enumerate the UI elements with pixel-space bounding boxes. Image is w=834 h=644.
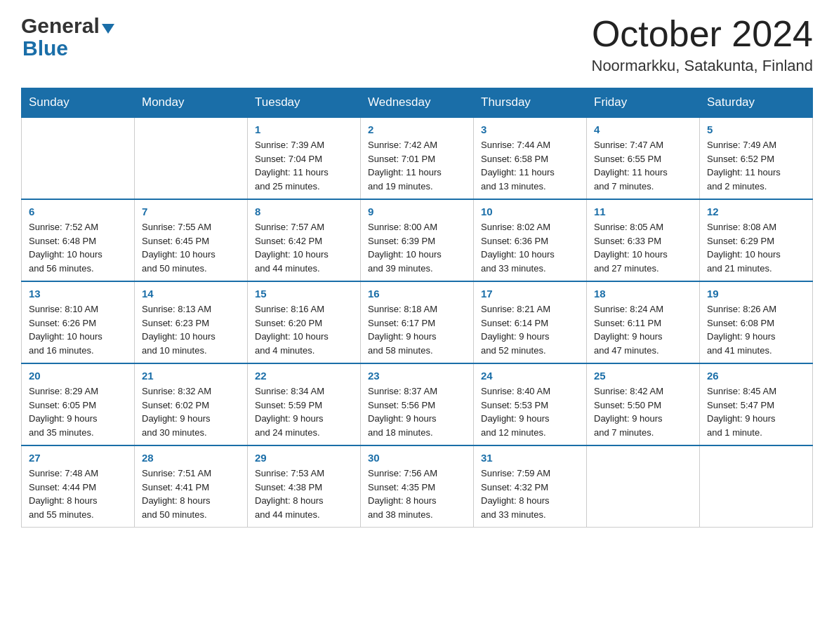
day-number: 28	[142, 452, 240, 464]
day-info: Sunrise: 7:52 AM Sunset: 6:48 PM Dayligh…	[29, 220, 127, 275]
week-row-4: 20Sunrise: 8:29 AM Sunset: 6:05 PM Dayli…	[22, 363, 813, 445]
location-title: Noormarkku, Satakunta, Finland	[592, 57, 814, 75]
day-cell: 28Sunrise: 7:51 AM Sunset: 4:41 PM Dayli…	[135, 445, 248, 528]
day-cell	[700, 445, 813, 528]
day-number: 12	[707, 206, 805, 217]
day-number: 18	[594, 288, 692, 300]
logo-triangle-icon	[102, 24, 114, 34]
day-info: Sunrise: 7:47 AM Sunset: 6:55 PM Dayligh…	[594, 138, 692, 193]
day-cell: 27Sunrise: 7:48 AM Sunset: 4:44 PM Dayli…	[22, 445, 135, 528]
day-info: Sunrise: 8:02 AM Sunset: 6:36 PM Dayligh…	[481, 220, 579, 275]
day-info: Sunrise: 8:34 AM Sunset: 5:59 PM Dayligh…	[255, 384, 353, 439]
calendar-header-row: SundayMondayTuesdayWednesdayThursdayFrid…	[22, 88, 813, 118]
day-number: 16	[368, 288, 466, 300]
day-info: Sunrise: 8:10 AM Sunset: 6:26 PM Dayligh…	[29, 302, 127, 357]
day-cell: 23Sunrise: 8:37 AM Sunset: 5:56 PM Dayli…	[361, 363, 474, 445]
day-number: 25	[594, 370, 692, 382]
day-number: 23	[368, 370, 466, 382]
day-number: 2	[368, 123, 466, 135]
day-cell: 17Sunrise: 8:21 AM Sunset: 6:14 PM Dayli…	[474, 281, 587, 363]
day-number: 13	[29, 288, 127, 300]
day-cell: 11Sunrise: 8:05 AM Sunset: 6:33 PM Dayli…	[587, 199, 700, 281]
month-title: October 2024	[592, 14, 814, 54]
day-number: 7	[142, 206, 240, 217]
day-info: Sunrise: 7:42 AM Sunset: 7:01 PM Dayligh…	[368, 138, 466, 193]
day-info: Sunrise: 8:42 AM Sunset: 5:50 PM Dayligh…	[594, 384, 692, 439]
logo: General Blue	[21, 14, 114, 60]
day-number: 29	[255, 452, 353, 464]
day-info: Sunrise: 8:45 AM Sunset: 5:47 PM Dayligh…	[707, 384, 805, 439]
day-info: Sunrise: 8:32 AM Sunset: 6:02 PM Dayligh…	[142, 384, 240, 439]
day-info: Sunrise: 8:16 AM Sunset: 6:20 PM Dayligh…	[255, 302, 353, 357]
day-info: Sunrise: 8:18 AM Sunset: 6:17 PM Dayligh…	[368, 302, 466, 357]
day-cell: 19Sunrise: 8:26 AM Sunset: 6:08 PM Dayli…	[700, 281, 813, 363]
day-cell	[135, 117, 248, 199]
day-cell: 12Sunrise: 8:08 AM Sunset: 6:29 PM Dayli…	[700, 199, 813, 281]
day-info: Sunrise: 8:37 AM Sunset: 5:56 PM Dayligh…	[368, 384, 466, 439]
day-cell: 10Sunrise: 8:02 AM Sunset: 6:36 PM Dayli…	[474, 199, 587, 281]
day-info: Sunrise: 7:51 AM Sunset: 4:41 PM Dayligh…	[142, 467, 240, 521]
day-cell: 15Sunrise: 8:16 AM Sunset: 6:20 PM Dayli…	[248, 281, 361, 363]
day-cell: 26Sunrise: 8:45 AM Sunset: 5:47 PM Dayli…	[700, 363, 813, 445]
day-number: 4	[594, 123, 692, 135]
day-info: Sunrise: 7:39 AM Sunset: 7:04 PM Dayligh…	[255, 138, 353, 193]
title-section: October 2024 Noormarkku, Satakunta, Finl…	[592, 14, 814, 75]
day-number: 5	[707, 123, 805, 135]
day-number: 21	[142, 370, 240, 382]
day-cell: 7Sunrise: 7:55 AM Sunset: 6:45 PM Daylig…	[135, 199, 248, 281]
week-row-2: 6Sunrise: 7:52 AM Sunset: 6:48 PM Daylig…	[22, 199, 813, 281]
day-info: Sunrise: 8:00 AM Sunset: 6:39 PM Dayligh…	[368, 220, 466, 275]
day-number: 27	[29, 452, 127, 464]
day-cell: 3Sunrise: 7:44 AM Sunset: 6:58 PM Daylig…	[474, 117, 587, 199]
day-cell: 25Sunrise: 8:42 AM Sunset: 5:50 PM Dayli…	[587, 363, 700, 445]
day-cell: 13Sunrise: 8:10 AM Sunset: 6:26 PM Dayli…	[22, 281, 135, 363]
day-info: Sunrise: 8:24 AM Sunset: 6:11 PM Dayligh…	[594, 302, 692, 357]
day-number: 30	[368, 452, 466, 464]
day-cell: 8Sunrise: 7:57 AM Sunset: 6:42 PM Daylig…	[248, 199, 361, 281]
day-cell: 22Sunrise: 8:34 AM Sunset: 5:59 PM Dayli…	[248, 363, 361, 445]
calendar-table: SundayMondayTuesdayWednesdayThursdayFrid…	[21, 88, 813, 528]
day-info: Sunrise: 7:59 AM Sunset: 4:32 PM Dayligh…	[481, 467, 579, 521]
day-number: 14	[142, 288, 240, 300]
day-info: Sunrise: 7:44 AM Sunset: 6:58 PM Dayligh…	[481, 138, 579, 193]
day-number: 15	[255, 288, 353, 300]
week-row-1: 1Sunrise: 7:39 AM Sunset: 7:04 PM Daylig…	[22, 117, 813, 199]
day-cell: 2Sunrise: 7:42 AM Sunset: 7:01 PM Daylig…	[361, 117, 474, 199]
day-cell: 21Sunrise: 8:32 AM Sunset: 6:02 PM Dayli…	[135, 363, 248, 445]
day-info: Sunrise: 8:13 AM Sunset: 6:23 PM Dayligh…	[142, 302, 240, 357]
day-info: Sunrise: 7:56 AM Sunset: 4:35 PM Dayligh…	[368, 467, 466, 521]
day-number: 10	[481, 206, 579, 217]
header-tuesday: Tuesday	[248, 88, 361, 118]
day-number: 9	[368, 206, 466, 217]
day-cell: 16Sunrise: 8:18 AM Sunset: 6:17 PM Dayli…	[361, 281, 474, 363]
day-cell: 31Sunrise: 7:59 AM Sunset: 4:32 PM Dayli…	[474, 445, 587, 528]
day-cell: 9Sunrise: 8:00 AM Sunset: 6:39 PM Daylig…	[361, 199, 474, 281]
day-number: 6	[29, 206, 127, 217]
day-number: 17	[481, 288, 579, 300]
day-number: 19	[707, 288, 805, 300]
day-number: 24	[481, 370, 579, 382]
day-cell: 14Sunrise: 8:13 AM Sunset: 6:23 PM Dayli…	[135, 281, 248, 363]
day-cell: 1Sunrise: 7:39 AM Sunset: 7:04 PM Daylig…	[248, 117, 361, 199]
day-info: Sunrise: 8:29 AM Sunset: 6:05 PM Dayligh…	[29, 384, 127, 439]
day-cell: 24Sunrise: 8:40 AM Sunset: 5:53 PM Dayli…	[474, 363, 587, 445]
page-header: General Blue October 2024 Noormarkku, Sa…	[21, 14, 813, 75]
day-info: Sunrise: 8:26 AM Sunset: 6:08 PM Dayligh…	[707, 302, 805, 357]
day-cell	[22, 117, 135, 199]
day-number: 20	[29, 370, 127, 382]
day-info: Sunrise: 8:05 AM Sunset: 6:33 PM Dayligh…	[594, 220, 692, 275]
day-number: 31	[481, 452, 579, 464]
day-cell: 30Sunrise: 7:56 AM Sunset: 4:35 PM Dayli…	[361, 445, 474, 528]
day-number: 26	[707, 370, 805, 382]
day-number: 22	[255, 370, 353, 382]
day-cell: 18Sunrise: 8:24 AM Sunset: 6:11 PM Dayli…	[587, 281, 700, 363]
day-number: 1	[255, 123, 353, 135]
day-info: Sunrise: 7:55 AM Sunset: 6:45 PM Dayligh…	[142, 220, 240, 275]
day-info: Sunrise: 8:08 AM Sunset: 6:29 PM Dayligh…	[707, 220, 805, 275]
day-info: Sunrise: 8:21 AM Sunset: 6:14 PM Dayligh…	[481, 302, 579, 357]
day-cell: 6Sunrise: 7:52 AM Sunset: 6:48 PM Daylig…	[22, 199, 135, 281]
day-info: Sunrise: 8:40 AM Sunset: 5:53 PM Dayligh…	[481, 384, 579, 439]
header-friday: Friday	[587, 88, 700, 118]
day-info: Sunrise: 7:57 AM Sunset: 6:42 PM Dayligh…	[255, 220, 353, 275]
day-cell: 5Sunrise: 7:49 AM Sunset: 6:52 PM Daylig…	[700, 117, 813, 199]
